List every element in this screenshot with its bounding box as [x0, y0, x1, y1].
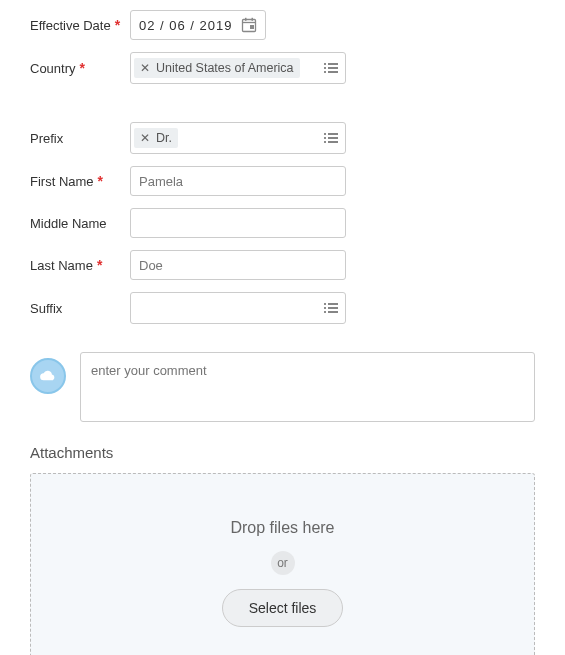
svg-point-5	[324, 63, 326, 65]
avatar	[30, 358, 66, 394]
last-name-input[interactable]	[130, 250, 346, 280]
list-icon[interactable]	[323, 62, 339, 74]
prefix-chip-text: Dr.	[156, 131, 172, 145]
select-files-button[interactable]: Select files	[222, 589, 344, 627]
dropzone-or: or	[271, 551, 295, 575]
svg-point-17	[324, 303, 326, 305]
comment-input[interactable]	[80, 352, 535, 422]
country-field[interactable]: ✕ United States of America	[130, 52, 346, 84]
first-name-label: First Name	[30, 174, 94, 189]
svg-point-13	[324, 137, 326, 139]
list-icon[interactable]	[323, 302, 339, 314]
prefix-field[interactable]: ✕ Dr.	[130, 122, 346, 154]
list-icon[interactable]	[323, 132, 339, 144]
svg-point-15	[324, 141, 326, 143]
required-marker: *	[80, 60, 85, 76]
svg-point-11	[324, 133, 326, 135]
country-chip: ✕ United States of America	[134, 58, 300, 78]
first-name-input[interactable]	[130, 166, 346, 196]
effective-date-label: Effective Date	[30, 18, 111, 33]
prefix-chip: ✕ Dr.	[134, 128, 178, 148]
attachments-title: Attachments	[30, 444, 535, 461]
country-label: Country	[30, 61, 76, 76]
required-marker: *	[115, 17, 120, 33]
prefix-label: Prefix	[30, 131, 63, 146]
calendar-icon[interactable]	[241, 17, 257, 33]
suffix-field[interactable]	[130, 292, 346, 324]
svg-point-7	[324, 67, 326, 69]
chip-remove-icon[interactable]: ✕	[140, 62, 150, 74]
chip-remove-icon[interactable]: ✕	[140, 132, 150, 144]
svg-rect-3	[251, 18, 253, 21]
required-marker: *	[97, 257, 102, 273]
last-name-label: Last Name	[30, 258, 93, 273]
required-marker: *	[98, 173, 103, 189]
svg-point-19	[324, 307, 326, 309]
effective-date-field[interactable]: 02 / 06 / 2019	[130, 10, 266, 40]
dropzone-label: Drop files here	[230, 519, 334, 537]
suffix-label: Suffix	[30, 301, 62, 316]
country-chip-text: United States of America	[156, 61, 294, 75]
effective-date-value: 02 / 06 / 2019	[139, 18, 233, 33]
middle-name-input[interactable]	[130, 208, 346, 238]
svg-rect-2	[245, 18, 247, 21]
svg-rect-4	[250, 25, 254, 29]
svg-point-9	[324, 71, 326, 73]
cloud-icon	[37, 368, 59, 385]
middle-name-label: Middle Name	[30, 216, 107, 231]
dropzone[interactable]: Drop files here or Select files	[30, 473, 535, 655]
svg-point-21	[324, 311, 326, 313]
